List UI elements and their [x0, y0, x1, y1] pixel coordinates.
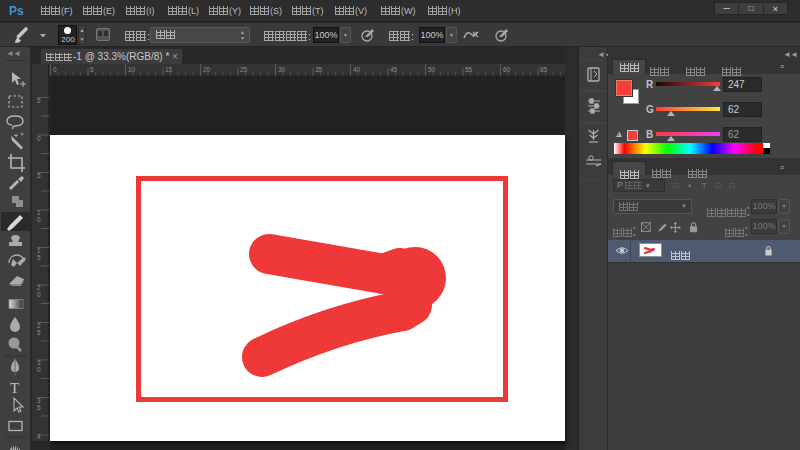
svg-text:0: 0: [37, 216, 41, 223]
svg-text:65: 65: [540, 66, 548, 73]
svg-text:0: 0: [37, 366, 41, 373]
svg-text:2: 2: [37, 322, 41, 329]
svg-text:1: 1: [37, 209, 41, 216]
svg-text:5: 5: [37, 329, 41, 336]
svg-text:50: 50: [428, 66, 436, 73]
svg-text:3: 3: [37, 397, 41, 404]
svg-text:5: 5: [90, 66, 94, 73]
svg-text:10: 10: [128, 66, 136, 73]
svg-text:55: 55: [465, 66, 473, 73]
svg-text:45: 45: [390, 66, 398, 73]
svg-text:4: 4: [37, 433, 41, 440]
svg-text:5: 5: [37, 254, 41, 261]
svg-text:3: 3: [37, 359, 41, 366]
svg-text:20: 20: [203, 66, 211, 73]
svg-text:30: 30: [278, 66, 286, 73]
svg-text:5: 5: [37, 172, 41, 179]
svg-text:25: 25: [240, 66, 248, 73]
svg-text:2: 2: [37, 284, 41, 291]
svg-text:60: 60: [503, 66, 511, 73]
svg-text:0: 0: [37, 440, 41, 441]
svg-text:0: 0: [53, 66, 57, 73]
svg-text:5: 5: [37, 97, 41, 104]
svg-text:1: 1: [37, 247, 41, 254]
svg-text:35: 35: [315, 66, 323, 73]
svg-text:15: 15: [165, 66, 173, 73]
svg-text:0: 0: [37, 291, 41, 298]
svg-text:5: 5: [37, 404, 41, 411]
svg-text:T: T: [10, 380, 19, 396]
svg-text:0: 0: [37, 135, 41, 142]
svg-text:40: 40: [353, 66, 361, 73]
